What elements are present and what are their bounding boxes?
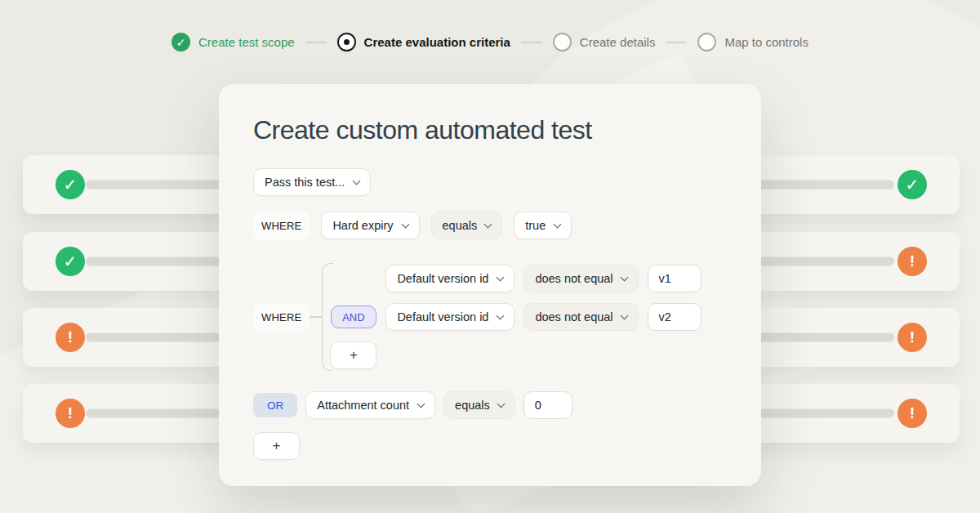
step-upcoming-circle-icon (553, 33, 572, 51)
step-create-details[interactable]: Create details (553, 33, 656, 51)
check-circle-icon: ✓ (56, 170, 85, 199)
chevron-down-icon (484, 220, 492, 228)
where-label: WHERE (253, 212, 310, 239)
warning-circle-icon: ! (898, 399, 927, 428)
chevron-down-icon (401, 220, 409, 228)
chevron-down-icon (497, 311, 505, 319)
add-condition-button[interactable]: + (330, 341, 376, 369)
value-input-value: v1 (659, 272, 671, 285)
group-connector-line (310, 316, 322, 318)
and-connector-pill[interactable]: AND (331, 306, 376, 328)
add-rule-button[interactable]: + (253, 432, 300, 460)
value-input-value: 0 (535, 399, 541, 412)
chevron-down-icon (353, 176, 361, 185)
step-current-radio-icon (337, 33, 356, 51)
value-input[interactable]: v2 (648, 303, 702, 331)
chevron-down-icon (620, 273, 628, 281)
step-create-evaluation-criteria[interactable]: Create evaluation criteria (337, 33, 510, 51)
field-select-value: Default version id (397, 310, 488, 323)
step-connector-line (521, 42, 542, 43)
step-label: Create details (580, 35, 656, 49)
chevron-down-icon (620, 311, 628, 319)
check-circle-icon: ✓ (898, 170, 927, 199)
warning-circle-icon: ! (898, 247, 927, 276)
step-label: Create evaluation criteria (364, 35, 510, 49)
value-input[interactable]: v1 (648, 265, 702, 292)
step-map-to-controls[interactable]: Map to controls (697, 33, 808, 51)
or-connector-pill[interactable]: OR (253, 393, 297, 417)
chevron-down-icon (554, 220, 562, 228)
condition-row: + (330, 341, 701, 369)
chevron-down-icon (497, 399, 505, 408)
step-label: Map to controls (724, 35, 808, 49)
step-connector-line (666, 42, 687, 43)
operator-select[interactable]: equals (431, 212, 503, 239)
chevron-down-icon (417, 399, 425, 408)
field-select[interactable]: Hard expiry (321, 212, 419, 239)
field-select-value: Attachment count (317, 399, 409, 412)
step-complete-check-icon: ✓ (172, 33, 190, 51)
chevron-down-icon (497, 273, 505, 281)
operator-select[interactable]: does not equal (523, 303, 638, 331)
step-upcoming-circle-icon (697, 33, 716, 51)
check-circle-icon: ✓ (56, 247, 85, 276)
value-input-value: v2 (659, 310, 671, 323)
warning-circle-icon: ! (56, 399, 85, 428)
field-select[interactable]: Attachment count (305, 391, 435, 419)
warning-circle-icon: ! (898, 323, 927, 352)
field-select-value: Hard expiry (332, 219, 393, 232)
condition-row: AND Default version id does not equal v2 (330, 303, 701, 331)
create-test-modal: Create custom automated test Pass this t… (219, 84, 761, 486)
where-label: WHERE (253, 303, 310, 331)
operator-select-value: does not equal (535, 272, 612, 285)
field-select[interactable]: Default version id (385, 303, 514, 331)
value-select-value: true (525, 219, 546, 232)
test-result-select[interactable]: Pass this test... (253, 168, 371, 196)
operator-select-value: does not equal (535, 310, 612, 323)
step-label: Create test scope (198, 35, 295, 49)
value-select[interactable]: true (514, 212, 572, 239)
test-result-select-value: Pass this test... (265, 176, 345, 189)
condition-row: Default version id does not equal v1 (330, 265, 701, 292)
step-create-test-scope[interactable]: ✓ Create test scope (172, 33, 295, 51)
field-select-value: Default version id (397, 272, 488, 285)
wizard-stepper: ✓ Create test scope Create evaluation cr… (0, 33, 980, 51)
step-connector-line (305, 42, 327, 43)
modal-title: Create custom automated test (253, 115, 727, 145)
operator-select-value: equals (455, 399, 490, 412)
warning-circle-icon: ! (56, 323, 85, 352)
operator-select[interactable]: does not equal (523, 265, 638, 292)
operator-select-value: equals (443, 219, 478, 232)
operator-select[interactable]: equals (443, 391, 515, 419)
value-input[interactable]: 0 (523, 391, 572, 419)
condition-group: WHERE Default version id does not equal … (253, 260, 727, 374)
field-select[interactable]: Default version id (385, 265, 514, 292)
